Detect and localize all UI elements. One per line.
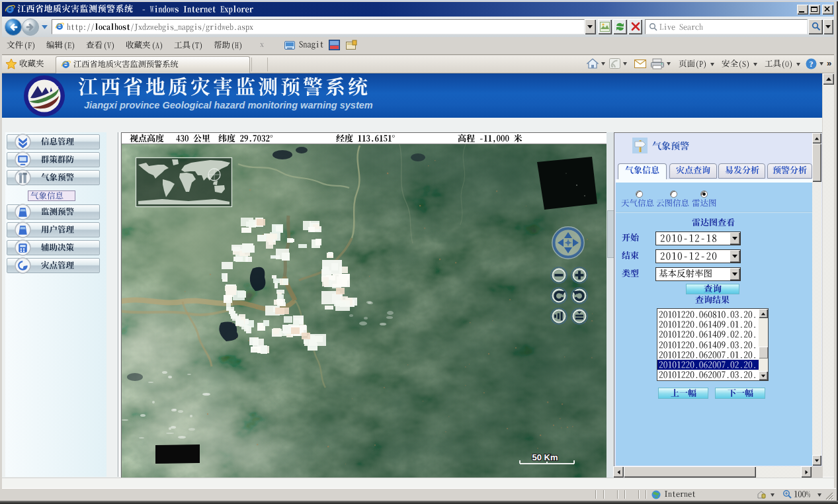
svg-text:?: ?: [810, 60, 814, 69]
svg-text:50 Km: 50 Km: [532, 452, 558, 462]
